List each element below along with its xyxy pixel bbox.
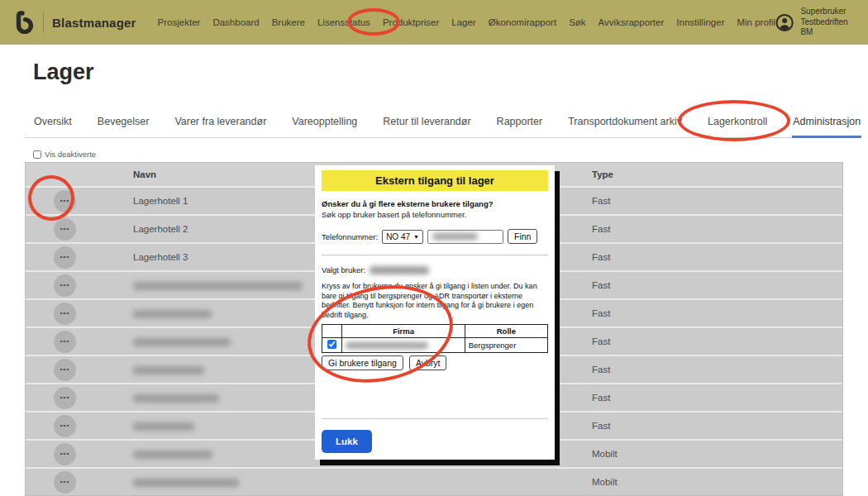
user-menu[interactable]: Superbruker Testbedriften BM ∨ [775,7,868,38]
tab-administrasjon[interactable]: Administrasjon [792,111,861,137]
redacted-name [133,479,239,487]
modal-question: Ønsker du å gi flere eksterne brukere ti… [322,199,548,208]
row-actions-cell: ••• [26,471,133,494]
page-title: Lager [33,60,94,85]
select-arrow-icon: ▼ [413,234,419,240]
user-info: Superbruker Testbedriften BM [800,7,851,38]
find-button[interactable]: Finn [508,229,537,244]
cancel-button[interactable]: Avbryt [409,355,447,370]
row-actions-button[interactable]: ••• [54,443,76,465]
brand-name: Blastmanager [52,16,136,30]
row-type-cell: Fast [592,280,842,290]
tab-rapporter[interactable]: Rapporter [496,111,544,137]
row-type-cell: Fast [592,393,842,403]
redacted-name [133,282,303,290]
external-users-body: Bergsprenger [322,337,548,352]
redacted-name [133,422,194,431]
phone-label: Telefonnummer: [322,232,378,241]
nav-menu: ProsjekterDashboardBrukereLisensstatusPr… [158,17,776,27]
nav-item-lisensstatus[interactable]: Lisensstatus [317,17,370,27]
firma-column-header: Firma [342,324,465,337]
selected-user-row: Valgt bruker: [322,265,548,274]
row-actions-cell: ••• [26,331,133,353]
nav-item-prosjekter[interactable]: Prosjekter [158,17,201,27]
blastmanager-logo-icon [15,11,35,34]
app-root: Blastmanager ProsjekterDashboardBrukereL… [0,0,868,496]
ekstern-tilgang-modal: Ekstern tilgang til lager Ønsker du å gi… [315,165,555,460]
nav-item-avviksrapporter[interactable]: Avviksrapporter [599,17,665,27]
close-button[interactable]: Lukk [322,430,372,453]
row-actions-cell: ••• [26,274,133,297]
type-column-header: Type [592,169,842,179]
row-actions-button[interactable]: ••• [54,218,76,241]
top-navbar: Blastmanager ProsjekterDashboardBrukereL… [0,0,868,45]
external-user-firma-cell [342,337,465,352]
nav-item-produktpriser[interactable]: Produktpriser [383,17,439,27]
external-user-checkbox[interactable] [327,340,336,349]
modal-divider-top [322,255,548,255]
show-deactivated-label[interactable]: Vis deaktiverte [45,150,96,159]
row-name-cell [133,477,592,487]
row-actions-button[interactable]: ••• [54,415,76,437]
row-actions-button[interactable]: ••• [54,387,76,409]
redacted-phone-value [432,233,478,240]
nav-item-innstillinger[interactable]: Innstillinger [676,17,724,27]
row-actions-button[interactable]: ••• [54,303,76,325]
row-type-cell: Mobilt [592,477,842,487]
row-actions-cell: ••• [26,359,133,381]
phone-number-input[interactable] [427,230,503,244]
nav-item-s-k[interactable]: Søk [569,17,585,27]
check-column-header [322,324,342,337]
tab-transportdokument-arkiv[interactable]: Transportdokument arkiv [567,111,683,137]
external-users-header-row: Firma Rolle [322,324,548,337]
row-actions-button[interactable]: ••• [54,331,76,353]
tab-varer-fra-leverand-r[interactable]: Varer fra leverandør [174,111,267,137]
tab-oversikt[interactable]: Oversikt [33,111,73,137]
tab-bar: OversiktBevegelserVarer fra leverandørVa… [25,106,843,138]
user-name: Superbruker [800,7,851,17]
redacted-name [133,366,204,374]
row-actions-button[interactable]: ••• [54,190,76,212]
phone-search-row: Telefonnummer: NO 47 ▼ Finn [322,229,548,244]
nav-item-konomirapport[interactable]: Økonomirapport [489,17,556,27]
selected-user-label: Valgt bruker: [322,265,365,274]
nav-item-brukere[interactable]: Brukere [272,17,305,27]
row-actions-cell: ••• [26,218,133,241]
user-company: Testbedriften BM [800,17,851,38]
redacted-selected-user [370,266,429,274]
row-actions-cell: ••• [26,246,133,269]
tab-vareopptelling[interactable]: Vareopptelling [291,111,358,137]
row-actions-cell: ••• [26,387,133,409]
redacted-name [133,310,212,318]
show-deactivated-checkbox[interactable] [33,150,41,159]
modal-footer: Lukk [322,418,548,453]
row-actions-cell: ••• [26,303,133,325]
row-actions-cell: ••• [26,190,133,212]
row-actions-button[interactable]: ••• [54,274,76,297]
row-actions-cell: ••• [26,443,133,465]
rolle-column-header: Rolle [465,324,547,337]
country-code-select[interactable]: NO 47 ▼ [382,230,423,244]
nav-item-dashboard[interactable]: Dashboard [212,17,259,27]
tab-lagerkontroll[interactable]: Lagerkontroll [707,111,768,137]
tab-bevegelser[interactable]: Bevegelser [97,111,150,137]
row-actions-button[interactable]: ••• [54,359,76,381]
row-type-cell: Fast [592,421,842,431]
country-code-value: NO 47 [386,232,410,241]
row-type-cell: Mobilt [592,449,842,459]
nav-item-min-profil[interactable]: Min profil [737,17,775,27]
brand-divider [43,12,44,33]
redacted-name [133,451,212,459]
tab-retur-til-leverand-r[interactable]: Retur til leverandør [382,111,471,137]
modal-search-hint: Søk opp bruker basert på telefonnummer. [322,210,548,219]
redacted-firma [346,342,428,349]
row-actions-button[interactable]: ••• [54,471,76,494]
row-actions-button[interactable]: ••• [54,246,76,269]
table-row: •••Mobilt [26,467,842,495]
brand[interactable]: Blastmanager [15,11,136,34]
show-deactivated: Vis deaktiverte [33,150,96,159]
redacted-name [133,338,231,346]
grant-access-button[interactable]: Gi brukere tilgang [322,355,403,370]
external-user-row: Bergsprenger [322,337,548,352]
nav-item-lager[interactable]: Lager [451,17,475,27]
